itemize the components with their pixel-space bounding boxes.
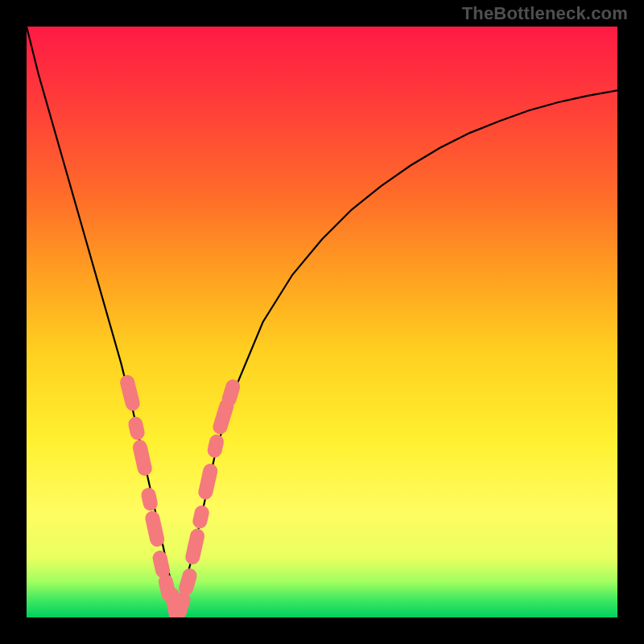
- curve-svg: [27, 27, 617, 617]
- data-marker: [186, 576, 189, 588]
- bottleneck-curve: [27, 27, 617, 600]
- data-marker: [229, 386, 233, 399]
- data-marker: [140, 448, 145, 469]
- data-marker: [215, 442, 217, 451]
- data-marker: [221, 407, 227, 427]
- data-marker: [135, 424, 137, 433]
- data-marker: [152, 518, 157, 539]
- data-marker: [180, 600, 183, 613]
- marker-group: [127, 382, 233, 617]
- data-marker: [200, 513, 201, 522]
- plot-area: [27, 27, 617, 617]
- data-marker: [205, 471, 210, 492]
- chart-frame: TheBottleneck.com: [0, 0, 644, 644]
- data-marker: [160, 558, 163, 571]
- data-marker: [127, 382, 133, 403]
- data-marker: [192, 536, 197, 557]
- data-marker: [149, 495, 151, 504]
- watermark-text: TheBottleneck.com: [462, 3, 628, 24]
